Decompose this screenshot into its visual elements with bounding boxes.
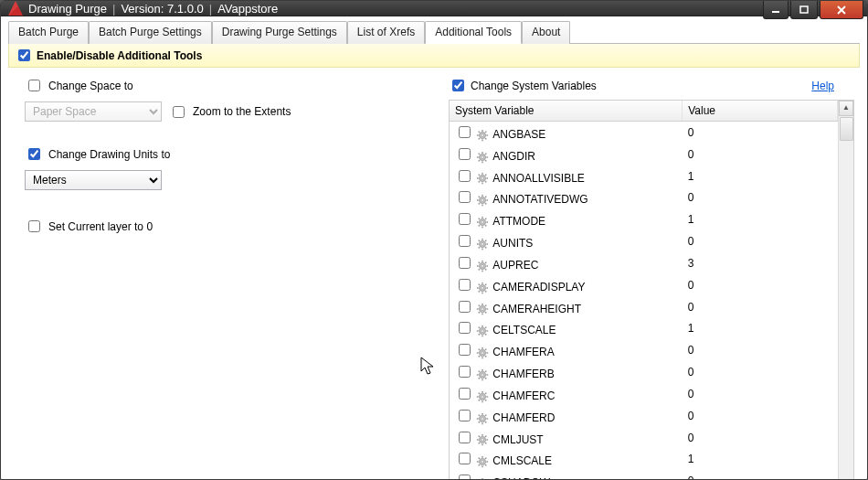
table-row[interactable]: CAMERAHEIGHT0 xyxy=(450,296,838,318)
scroll-up-button[interactable]: ▲ xyxy=(839,101,853,116)
table-row[interactable]: ANNOALLVISIBLE1 xyxy=(450,165,838,187)
table-row[interactable]: CHAMFERB0 xyxy=(450,361,838,383)
sysvar-checkbox[interactable] xyxy=(459,191,471,203)
svg-line-131 xyxy=(485,400,486,400)
tab-drawing-purge-settings[interactable]: Drawing Purge Settings xyxy=(212,21,347,44)
svg-line-50 xyxy=(479,219,480,219)
svg-line-132 xyxy=(479,400,480,400)
sysvar-name: CMLJUST xyxy=(492,433,543,446)
sysvar-value: 0 xyxy=(683,274,838,296)
tab-about[interactable]: About xyxy=(522,21,570,44)
table-row[interactable]: AUNITS0 xyxy=(450,230,838,252)
table-row[interactable]: CAMERADISPLAY0 xyxy=(450,274,838,296)
tab-batch-purge[interactable]: Batch Purge xyxy=(8,21,89,44)
sysvar-checkbox[interactable] xyxy=(459,213,471,225)
sysvar-checkbox[interactable] xyxy=(459,301,471,313)
table-row[interactable]: CELTSCALE1 xyxy=(450,317,838,339)
change-space-checkbox[interactable] xyxy=(28,80,40,91)
col-value[interactable]: Value xyxy=(683,101,838,122)
sysvar-value: 1 xyxy=(683,208,838,230)
table-row[interactable]: CHAMFERC0 xyxy=(450,383,838,405)
svg-line-112 xyxy=(479,356,480,357)
svg-line-31 xyxy=(485,182,486,183)
table-row[interactable]: AUPREC3 xyxy=(450,252,838,274)
sysvars-table: System Variable Value ANGBASE0 ANGDIR0 A… xyxy=(450,101,838,480)
tab-strip: Batch Purge Batch Purge Settings Drawing… xyxy=(8,21,860,44)
svg-line-20 xyxy=(479,153,480,154)
help-link[interactable]: Help xyxy=(811,80,834,92)
sysvar-value: 0 xyxy=(683,144,838,165)
svg-point-35 xyxy=(482,199,484,202)
sysvar-value: 0 xyxy=(683,187,838,208)
sysvars-scrollbar[interactable]: ▲ ▼ xyxy=(838,101,853,480)
app-version: Version: 7.1.0.0 xyxy=(121,2,203,16)
minimize-button[interactable] xyxy=(763,1,789,19)
svg-line-52 xyxy=(479,225,480,226)
table-row[interactable]: ANNOTATIVEDWG0 xyxy=(450,187,838,208)
table-row[interactable]: ATTMODE1 xyxy=(450,208,838,230)
scroll-thumb[interactable] xyxy=(840,117,853,141)
zoom-extents-label: Zoom to the Extents xyxy=(193,105,291,118)
sysvar-checkbox[interactable] xyxy=(459,432,471,443)
change-sysvars-checkbox[interactable] xyxy=(452,80,464,91)
table-row[interactable]: CHAMFERA0 xyxy=(450,339,838,361)
tab-list-of-xrefs[interactable]: List of Xrefs xyxy=(347,21,425,44)
svg-line-150 xyxy=(479,436,480,437)
maximize-button[interactable] xyxy=(790,1,818,19)
sysvar-checkbox[interactable] xyxy=(459,126,471,138)
tab-additional-tools[interactable]: Additional Tools xyxy=(425,21,522,44)
change-space-label: Change Space to xyxy=(48,80,133,92)
svg-line-33 xyxy=(485,175,486,176)
zoom-extents-checkbox[interactable] xyxy=(173,106,185,118)
gear-icon xyxy=(476,412,489,425)
table-row[interactable]: ANGDIR0 xyxy=(450,144,838,165)
svg-line-11 xyxy=(485,138,486,139)
table-row[interactable]: CHAMFERD0 xyxy=(450,405,838,427)
svg-point-125 xyxy=(482,395,484,398)
svg-line-113 xyxy=(485,349,486,350)
table-row[interactable]: CMLJUST0 xyxy=(450,427,838,449)
table-row[interactable]: ANGBASE0 xyxy=(450,122,838,144)
sysvar-value: 0 xyxy=(683,296,838,318)
svg-line-72 xyxy=(479,269,480,270)
sysvar-checkbox[interactable] xyxy=(459,148,471,160)
svg-line-102 xyxy=(479,334,480,335)
table-row[interactable]: CSHADOW0 xyxy=(450,470,838,480)
sysvar-checkbox[interactable] xyxy=(459,170,471,182)
sysvar-name: ANGDIR xyxy=(492,150,535,163)
sysvar-checkbox[interactable] xyxy=(459,453,471,464)
sysvar-checkbox[interactable] xyxy=(459,322,471,334)
table-row[interactable]: CMLSCALE1 xyxy=(450,448,838,470)
sysvar-checkbox[interactable] xyxy=(459,388,471,400)
sysvar-checkbox[interactable] xyxy=(459,279,471,291)
sysvar-name: CHAMFERA xyxy=(492,346,554,358)
gear-icon xyxy=(476,433,489,446)
svg-point-105 xyxy=(482,352,484,355)
sysvar-value: 1 xyxy=(683,317,838,339)
gear-icon xyxy=(476,368,489,381)
enable-tools-checkbox[interactable] xyxy=(18,49,30,61)
sysvar-checkbox[interactable] xyxy=(459,235,471,247)
col-name[interactable]: System Variable xyxy=(450,101,683,122)
titlebar[interactable]: Drawing Purge | Version: 7.1.0.0 | AVapp… xyxy=(1,1,867,16)
gear-icon xyxy=(476,303,489,315)
svg-line-30 xyxy=(479,175,480,176)
svg-point-45 xyxy=(482,221,484,224)
sysvar-checkbox[interactable] xyxy=(459,344,471,356)
svg-line-152 xyxy=(479,443,480,444)
change-units-checkbox[interactable] xyxy=(28,148,40,160)
sysvar-checkbox[interactable] xyxy=(459,410,471,421)
set-layer-checkbox[interactable] xyxy=(28,220,40,232)
change-units-combo[interactable]: Meters xyxy=(25,170,162,190)
sysvar-checkbox[interactable] xyxy=(459,475,471,480)
svg-point-5 xyxy=(482,133,484,136)
svg-line-140 xyxy=(479,414,480,415)
change-space-combo[interactable]: Paper Space xyxy=(25,101,162,122)
svg-line-63 xyxy=(485,240,486,241)
close-button[interactable] xyxy=(820,1,863,19)
sysvar-checkbox[interactable] xyxy=(459,257,471,269)
tab-batch-purge-settings[interactable]: Batch Purge Settings xyxy=(89,21,212,44)
sysvar-value: 0 xyxy=(683,122,838,144)
sysvar-checkbox[interactable] xyxy=(459,366,471,378)
svg-line-153 xyxy=(485,436,486,437)
